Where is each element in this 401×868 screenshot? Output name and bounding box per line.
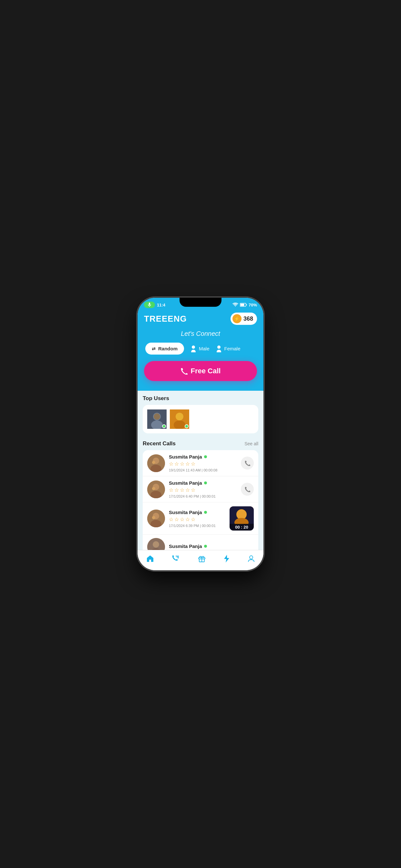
shuffle-icon: ⇄: [152, 346, 156, 351]
call-date-3: 17/1/2024: [169, 524, 185, 528]
phone-icon-2: [244, 486, 250, 492]
nav-gift[interactable]: [194, 554, 210, 564]
call-item-2: Susmita Panja ☆ ☆ ☆ ☆ ☆ 17/: [143, 476, 258, 502]
call-time-3: 6:39 PM: [186, 524, 199, 528]
status-time: 11:4: [157, 303, 165, 307]
status-right: 70%: [233, 303, 257, 307]
nav-energy[interactable]: [220, 554, 234, 564]
svg-rect-3: [240, 304, 244, 306]
call-duration-3: 00:00:01: [202, 524, 216, 528]
top-users-section: Top Users: [137, 391, 264, 436]
random-filter-button[interactable]: ⇄ Random: [145, 343, 184, 354]
call-meta-2: 17/1/2024 6:40 PM | 00:00:01: [169, 494, 237, 498]
call-avatar-2[interactable]: [147, 480, 165, 498]
top-users-title: Top Users: [143, 395, 169, 402]
call-name-row-1: Susmita Panja: [169, 454, 237, 460]
star-empty-3-5: ☆: [191, 516, 195, 523]
profile-icon: [248, 555, 255, 562]
main-content: Top Users: [137, 391, 264, 550]
thumb-image: [229, 506, 254, 524]
battery-icon: [240, 303, 247, 307]
female-filter-button[interactable]: Female: [216, 345, 241, 352]
see-all-button[interactable]: See all: [244, 441, 258, 446]
phone-call-icon: [181, 368, 188, 375]
call-online-3: [204, 511, 207, 514]
nav-calls[interactable]: [168, 554, 184, 564]
star-empty-3-1: ☆: [169, 516, 174, 523]
star-empty-3-3: ☆: [180, 516, 184, 523]
call-info-3: Susmita Panja ☆ ☆ ☆ ☆ ☆ 17/: [169, 509, 226, 528]
star-empty-1-3: ☆: [180, 461, 184, 467]
filter-buttons: ⇄ Random Male Female: [144, 343, 257, 354]
call-time-2: 6:40 PM: [186, 494, 199, 498]
star-empty-2-2: ☆: [174, 487, 179, 493]
male-filter-button[interactable]: Male: [190, 345, 210, 352]
star-empty-3-2: ☆: [174, 516, 179, 523]
call-info-1: Susmita Panja ☆ ☆ ☆ ☆ ☆ 19/: [169, 454, 237, 472]
stars-row-3: ☆ ☆ ☆ ☆ ☆: [169, 516, 226, 523]
free-call-container: Free Call: [137, 361, 264, 391]
mic-indicator: [144, 302, 155, 308]
call-name-row-3: Susmita Panja: [169, 509, 226, 515]
top-user-1[interactable]: [147, 409, 166, 429]
phone-icon-1: [244, 460, 250, 466]
free-call-button[interactable]: Free Call: [144, 361, 257, 381]
star-empty-1-4: ☆: [185, 461, 190, 467]
status-left: 11:4: [144, 302, 165, 308]
call-action-1[interactable]: [241, 457, 254, 469]
call-online-2: [204, 482, 207, 485]
female-person-icon: [216, 345, 222, 352]
star-empty-1-1: ☆: [169, 461, 174, 467]
call-name-row-4: Susmita Panja: [169, 544, 254, 549]
home-icon: [146, 555, 154, 562]
svg-point-24: [152, 516, 155, 519]
active-call-thumbnail[interactable]: 00 : 20: [229, 506, 254, 531]
call-name-1: Susmita Panja: [169, 454, 202, 460]
free-call-label: Free Call: [191, 367, 221, 375]
coins-count: 368: [243, 315, 253, 322]
top-user-2[interactable]: [170, 409, 189, 429]
call-name-row-2: Susmita Panja: [169, 480, 237, 486]
header-top: TREEENG ⚡ 368: [144, 313, 257, 325]
call-online-4: [204, 545, 207, 548]
star-empty-1-5: ☆: [191, 461, 195, 467]
svg-point-20: [152, 487, 155, 490]
active-call-timer: 00 : 20: [229, 524, 254, 531]
call-info-2: Susmita Panja ☆ ☆ ☆ ☆ ☆ 17/: [169, 480, 237, 498]
coins-badge: ⚡ 368: [230, 313, 257, 325]
bottom-nav: [137, 550, 264, 570]
svg-point-11: [176, 413, 183, 421]
wifi-icon: [233, 303, 238, 307]
call-duration-1: 00:00:08: [204, 468, 217, 472]
female-label: Female: [224, 346, 241, 351]
recent-calls-section: Recent Calls See all: [137, 436, 264, 550]
svg-rect-0: [149, 303, 150, 305]
top-users-header: Top Users: [143, 395, 258, 402]
star-empty-2-4: ☆: [185, 487, 190, 493]
lightning-nav-icon: [223, 555, 230, 562]
call-date-1: 19/1/2024: [169, 468, 185, 472]
svg-point-16: [152, 461, 155, 464]
call-action-2[interactable]: [241, 483, 254, 496]
svg-point-5: [217, 345, 220, 349]
notch: [180, 298, 221, 307]
stars-row-1: ☆ ☆ ☆ ☆ ☆: [169, 461, 237, 467]
call-item-3: Susmita Panja ☆ ☆ ☆ ☆ ☆ 17/: [143, 502, 258, 535]
svg-point-37: [250, 556, 253, 559]
male-label: Male: [199, 346, 210, 351]
call-online-1: [204, 455, 207, 458]
svg-point-29: [153, 541, 159, 548]
nav-home[interactable]: [143, 554, 158, 564]
call-meta-1: 19/1/2024 11:43 AM | 00:00:08: [169, 468, 237, 472]
call-time-1: 11:43 AM: [186, 468, 201, 472]
call-name-3: Susmita Panja: [169, 509, 202, 515]
nav-profile[interactable]: [244, 554, 258, 564]
call-avatar-1[interactable]: [147, 454, 165, 472]
recent-calls-title: Recent Calls: [143, 440, 176, 447]
gift-icon: [198, 555, 206, 562]
call-avatar-4[interactable]: [147, 538, 165, 550]
male-person-icon: [190, 345, 196, 352]
random-label: Random: [158, 346, 178, 351]
call-avatar-3[interactable]: [147, 509, 165, 527]
lightning-icon-badge: ⚡: [233, 314, 242, 323]
